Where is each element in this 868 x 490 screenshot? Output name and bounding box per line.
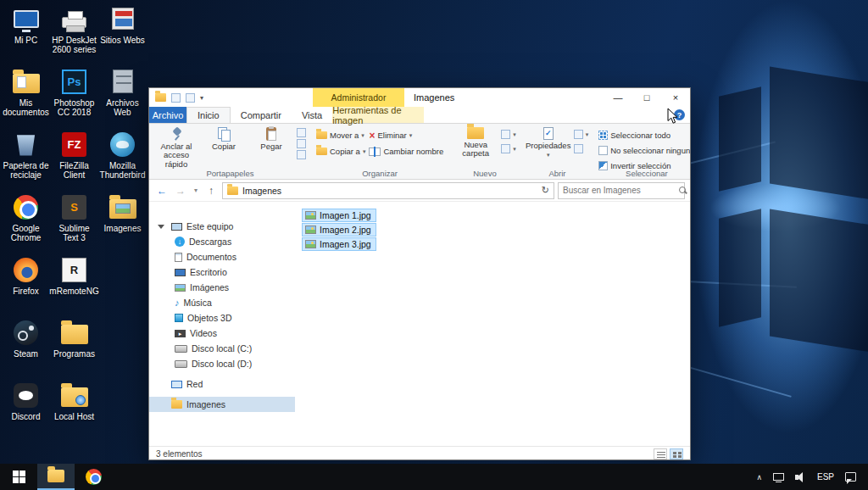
- desktop-icon-google-chrome[interactable]: Google Chrome: [2, 190, 50, 253]
- qat-new-folder-icon[interactable]: [186, 93, 195, 103]
- nav-item-musica[interactable]: ♪ Música: [149, 295, 295, 310]
- desktop-icon-sitios-webs[interactable]: Sitios Webs: [98, 2, 147, 64]
- image-file-icon: [305, 211, 316, 220]
- select-none-button[interactable]: No seleccionar ninguno: [598, 144, 690, 157]
- open-icon: [574, 130, 583, 139]
- expander-icon[interactable]: [158, 225, 164, 229]
- desktop-icon-thunderbird[interactable]: Mozilla Thunderbird: [98, 127, 147, 190]
- nav-item-este-equipo[interactable]: Este equipo: [149, 219, 295, 234]
- new-folder-button[interactable]: Nueva carpeta: [453, 126, 498, 159]
- nav-item-documentos[interactable]: Documentos: [149, 249, 295, 264]
- desktop-icon-mremoteng[interactable]: R mRemoteNG: [50, 253, 98, 315]
- desktop-icon-imagenes[interactable]: Imagenes: [98, 190, 147, 253]
- forward-button[interactable]: →: [173, 185, 188, 197]
- network-icon[interactable]: [773, 473, 784, 481]
- desktop-icon-filezilla[interactable]: FZ FileZilla Client: [50, 127, 98, 190]
- pictures-folder-icon: [109, 199, 136, 219]
- language-indicator[interactable]: ESP: [817, 472, 834, 482]
- button-label: Anclar al acceso rápido: [154, 142, 198, 169]
- search-input[interactable]: [563, 186, 675, 195]
- up-button[interactable]: ↑: [203, 185, 219, 197]
- tab-archivo[interactable]: Archivo: [149, 107, 186, 123]
- desktop-icon-steam[interactable]: Steam: [2, 315, 50, 378]
- desktop-icon-papelera[interactable]: Papelera de reciclaje: [2, 127, 50, 190]
- sublime-text-icon: S: [62, 195, 86, 220]
- tab-compartir[interactable]: Compartir: [231, 107, 292, 123]
- nav-item-disco-c[interactable]: Disco local (C:): [149, 341, 295, 356]
- button-label: Nueva carpeta: [453, 141, 498, 159]
- copy-path-icon[interactable]: [297, 139, 306, 148]
- file-item-imagen-1[interactable]: Imagen 1.jpg: [302, 209, 376, 222]
- minimize-button[interactable]: —: [604, 88, 632, 107]
- delete-button[interactable]: × Eliminar ▾: [369, 129, 443, 142]
- desktop-icon-hp-deskjet[interactable]: HP DeskJet 2600 series: [50, 2, 98, 64]
- volume-icon[interactable]: [795, 472, 806, 482]
- history-icon: [574, 144, 583, 153]
- rename-button[interactable]: Cambiar nombre: [369, 145, 443, 158]
- easy-access-icon: [501, 144, 510, 153]
- refresh-icon[interactable]: ↻: [542, 185, 549, 196]
- nav-item-disco-d[interactable]: Disco local (D:): [149, 356, 295, 371]
- nav-item-red[interactable]: Red: [149, 376, 295, 392]
- file-item-imagen-2[interactable]: Imagen 2.jpg: [302, 223, 376, 237]
- paste-shortcut-icon[interactable]: [297, 150, 306, 159]
- desktop-icon-local-host[interactable]: Local Host: [50, 378, 98, 441]
- desktop-icon-firefox[interactable]: Firefox: [2, 253, 50, 315]
- history-button[interactable]: [574, 142, 589, 155]
- nav-item-descargas[interactable]: ↓ Descargas: [149, 234, 295, 249]
- desktop-icon-discord[interactable]: Discord: [2, 378, 50, 441]
- open-button[interactable]: ▾: [574, 128, 589, 141]
- taskbar-file-explorer-button[interactable]: [37, 464, 75, 490]
- back-button[interactable]: ←: [154, 185, 170, 197]
- recent-locations-dropdown-icon[interactable]: ▾: [192, 187, 200, 194]
- discord-icon: [14, 383, 38, 408]
- select-all-button[interactable]: Seleccionar todo: [598, 129, 690, 142]
- cut-icon[interactable]: [297, 128, 306, 137]
- nav-item-escritorio[interactable]: Escritorio: [149, 264, 295, 280]
- computer-icon: [14, 10, 39, 28]
- details-view-button[interactable]: [654, 448, 667, 459]
- new-item-button[interactable]: ▾: [501, 128, 516, 141]
- copy-button[interactable]: Copiar: [202, 126, 246, 151]
- qat-properties-icon[interactable]: [171, 93, 181, 103]
- tray-expand-icon[interactable]: ∧: [756, 473, 762, 482]
- properties-icon: ✓: [543, 127, 554, 140]
- taskbar-chrome-button[interactable]: [75, 464, 112, 490]
- qat-customize-dropdown-icon[interactable]: ▾: [200, 94, 203, 102]
- easy-access-button[interactable]: ▾: [501, 142, 516, 155]
- breadcrumb[interactable]: Imagenes: [242, 186, 281, 196]
- paste-button[interactable]: Pegar: [249, 126, 293, 151]
- large-icons-view-button[interactable]: [670, 448, 683, 459]
- properties-button[interactable]: ✓ Propiedades ▾: [526, 126, 570, 159]
- maximize-button[interactable]: □: [632, 88, 661, 107]
- tab-vista[interactable]: Vista: [292, 107, 332, 123]
- file-item-imagen-3[interactable]: Imagen 3.jpg: [302, 237, 376, 251]
- start-button[interactable]: [0, 464, 37, 490]
- button-label: No seleccionar ninguno: [610, 146, 690, 155]
- nav-item-videos[interactable]: ▸ Videos: [149, 326, 295, 341]
- desktop-icon-archivos-web[interactable]: Archivos Web: [98, 64, 147, 127]
- nav-item-imagenes-lib[interactable]: Imágenes: [149, 280, 295, 295]
- select-none-icon: [598, 146, 608, 155]
- address-bar[interactable]: Imagenes ↻: [222, 182, 554, 199]
- close-button[interactable]: ×: [661, 88, 690, 107]
- nav-item-imagenes-selected[interactable]: Imagenes: [149, 397, 295, 412]
- copy-to-button[interactable]: Copiar a ▾: [316, 145, 365, 158]
- nav-item-objetos-3d[interactable]: Objetos 3D: [149, 310, 295, 326]
- desktop-icon-sublime[interactable]: S Sublime Text 3: [50, 190, 98, 253]
- move-to-button[interactable]: Mover a ▾: [316, 129, 365, 142]
- action-center-icon[interactable]: [845, 472, 856, 482]
- tab-herramientas-de-imagen[interactable]: Herramientas de imagen: [332, 107, 424, 123]
- desktop-icon-mis-documentos[interactable]: Mis documentos: [2, 64, 50, 127]
- nav-item-label: Imágenes: [190, 282, 229, 292]
- pin-to-quick-access-button[interactable]: Anclar al acceso rápido: [154, 126, 198, 169]
- desktop-icon-photoshop[interactable]: Ps Photoshop CC 2018: [50, 64, 98, 127]
- file-list-area[interactable]: Imagen 1.jpg Imagen 2.jpg Imagen 3.jpg: [295, 202, 690, 446]
- desktop-icon-label: Steam: [14, 349, 38, 359]
- desktop-icon-mi-pc[interactable]: Mi PC: [2, 2, 50, 64]
- desktop-icon-programas[interactable]: Programas: [50, 315, 98, 378]
- file-name: Imagen 2.jpg: [320, 225, 371, 235]
- tab-inicio[interactable]: Inicio: [186, 107, 231, 123]
- button-label: Seleccionar todo: [610, 131, 670, 140]
- search-box[interactable]: [558, 182, 685, 199]
